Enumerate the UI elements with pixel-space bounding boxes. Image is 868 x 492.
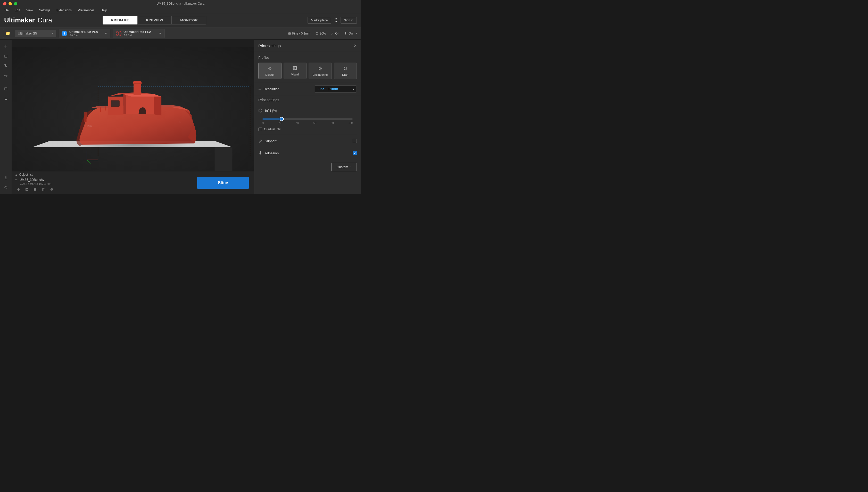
header-right: Marketplace ⠿ Sign in: [308, 17, 357, 24]
tool-move[interactable]: ✛: [2, 42, 10, 50]
gradual-infill-checkbox[interactable]: [258, 127, 262, 131]
slice-button[interactable]: Slice: [197, 177, 249, 189]
tool-info[interactable]: ℹ: [2, 173, 10, 182]
profile-default[interactable]: ⚙ Default: [258, 63, 282, 79]
panel-close-button[interactable]: ✕: [353, 43, 357, 48]
material-slot-1[interactable]: 1 Ultimaker Blue PLA AA 0.4 ▼: [59, 29, 110, 38]
profile-visual-label: Visual: [291, 73, 299, 76]
tool-rotate[interactable]: ↻: [2, 61, 10, 70]
menu-file[interactable]: File: [3, 8, 9, 13]
material-2-spec: AA 0.4: [123, 34, 151, 37]
tool-support[interactable]: ⬙: [2, 94, 10, 103]
menu-help[interactable]: Help: [100, 8, 108, 13]
infill-icon: ⬡: [258, 108, 262, 113]
object-list-header[interactable]: ▲ Object list: [15, 173, 251, 176]
profiles-grid: ⚙ Default 🖼 Visual ⚙ Engineering ↻ Draft: [258, 63, 357, 79]
menu-view[interactable]: View: [25, 8, 34, 13]
printer-select-wrapper: Ultimaker S5: [15, 30, 56, 37]
gradual-infill-label: Gradual infill: [264, 127, 281, 131]
tool-scale[interactable]: ⊡: [2, 51, 10, 60]
menu-settings[interactable]: Settings: [38, 8, 51, 13]
material-1-spec: AA 0.4: [69, 34, 98, 37]
slider-label-60: 60: [313, 122, 316, 124]
custom-button[interactable]: Custom ›: [331, 163, 357, 171]
quality-bar-chevron: ▼: [355, 32, 358, 35]
print-settings-section-title: Print settings: [258, 98, 357, 102]
main-layout: ✛ ⊡ ↻ ⇔ ⊞ ⬙ ℹ ⊙: [0, 40, 361, 194]
tool-arrange[interactable]: ⊞: [2, 84, 10, 93]
slider-label-0: 0: [262, 122, 264, 124]
resolution-label: Resolution: [264, 87, 315, 91]
profile-draft-icon: ↻: [343, 66, 348, 72]
object-list-chevron: ▲: [15, 173, 18, 176]
quality-profile[interactable]: ⊟ Fine - 0.1mm: [288, 32, 311, 35]
material-slot-2[interactable]: 2 Ultimaker Red PLA AA 0.4 ▼: [113, 29, 164, 38]
object-edit-icon[interactable]: ✏: [15, 178, 18, 181]
viewport[interactable]: Ultim 5 ▲ Object list ✏ UMS5_3DBenchy: [12, 40, 254, 194]
menu-preferences[interactable]: Preferences: [77, 8, 96, 13]
custom-button-label: Custom: [337, 165, 348, 169]
maximize-button[interactable]: [14, 2, 17, 5]
support-setting-icon: ⬀: [258, 138, 262, 144]
grid-icon[interactable]: ⠿: [334, 18, 337, 23]
resolution-row: ≡ Resolution Fine - 0.1mm Draft - 0.2mm …: [254, 83, 361, 95]
folder-button[interactable]: 📁: [3, 29, 13, 38]
nav-monitor[interactable]: MONITOR: [172, 16, 206, 24]
menu-bar: File Edit View Settings Extensions Prefe…: [0, 7, 361, 14]
signin-button[interactable]: Sign in: [341, 17, 357, 24]
menu-edit[interactable]: Edit: [14, 8, 21, 13]
resolution-icon: ≡: [258, 86, 261, 92]
duplicate-icon[interactable]: ⊙: [16, 186, 22, 192]
infill-header: ⬡ Infill (%): [258, 108, 357, 113]
quality-infill[interactable]: ⬡ 20%: [315, 32, 326, 35]
tool-divider-1: [2, 82, 9, 82]
profile-visual[interactable]: 🖼 Visual: [284, 63, 307, 79]
tool-mirror[interactable]: ⇔: [2, 71, 10, 80]
quality-support[interactable]: ⬀ Off: [331, 32, 339, 35]
support-row: ⬀ Support: [258, 135, 357, 147]
adhesion-setting-icon: ⬇: [258, 150, 262, 156]
svg-rect-24: [84, 112, 87, 122]
custom-button-row: Custom ›: [254, 159, 361, 175]
support-checkbox[interactable]: [353, 139, 357, 143]
settings-icon[interactable]: ⚙: [48, 186, 55, 192]
add-to-plate-icon[interactable]: ⊡: [24, 186, 30, 192]
infill-slider[interactable]: [262, 119, 353, 120]
menu-extensions[interactable]: Extensions: [55, 8, 73, 13]
slider-labels: 0 20 40 60 80 100: [262, 122, 353, 124]
printer-select[interactable]: Ultimaker S5: [15, 30, 56, 37]
svg-point-20: [133, 81, 142, 83]
slot-info-1: Ultimaker Blue PLA AA 0.4: [69, 30, 98, 37]
adhesion-checkbox[interactable]: ✓: [353, 151, 357, 155]
svg-rect-11: [123, 94, 126, 114]
panel-title: Print settings: [258, 44, 281, 48]
profile-draft[interactable]: ↻ Draft: [334, 63, 357, 79]
svg-rect-10: [123, 94, 154, 114]
quality-adhesion[interactable]: ⬇ On ▼: [345, 32, 358, 35]
marketplace-button[interactable]: Marketplace: [308, 17, 331, 24]
delete-icon[interactable]: 🗑: [40, 186, 46, 192]
nav-preview[interactable]: PREVIEW: [137, 16, 172, 24]
quality-infill-value: 20%: [320, 32, 326, 35]
tool-help[interactable]: ⊙: [2, 183, 10, 192]
print-settings-section: Print settings ⬡ Infill (%) 0 20 40 60 8…: [254, 95, 361, 159]
svg-marker-12: [154, 94, 161, 116]
profile-engineering[interactable]: ⚙ Engineering: [309, 63, 332, 79]
multi-build-icon[interactable]: ⊞: [32, 186, 38, 192]
infill-label: Infill (%): [265, 109, 357, 113]
svg-text:Ultim: Ultim: [85, 124, 92, 127]
minimize-button[interactable]: [8, 2, 12, 5]
window-title: UMS5_3DBenchy - Ultimaker Cura: [157, 2, 205, 5]
slot-1-arrow: ▼: [104, 32, 108, 35]
close-button[interactable]: [3, 2, 6, 5]
logo-light: Cura: [36, 16, 52, 24]
slot-info-2: Ultimaker Red PLA AA 0.4: [123, 30, 151, 37]
support-icon: ⬀: [331, 32, 334, 35]
print-settings-panel: Print settings ✕ Profiles ⚙ Default 🖼 Vi…: [254, 40, 361, 194]
left-toolbar: ✛ ⊡ ↻ ⇔ ⊞ ⬙ ℹ ⊙: [0, 40, 12, 194]
nav-prepare[interactable]: PREPARE: [102, 16, 137, 24]
svg-rect-18: [134, 83, 141, 95]
resolution-select[interactable]: Fine - 0.1mm Draft - 0.2mm Normal - 0.15…: [315, 85, 357, 93]
logo-bold: Ultimaker: [4, 16, 35, 24]
slider-label-20: 20: [278, 122, 281, 124]
